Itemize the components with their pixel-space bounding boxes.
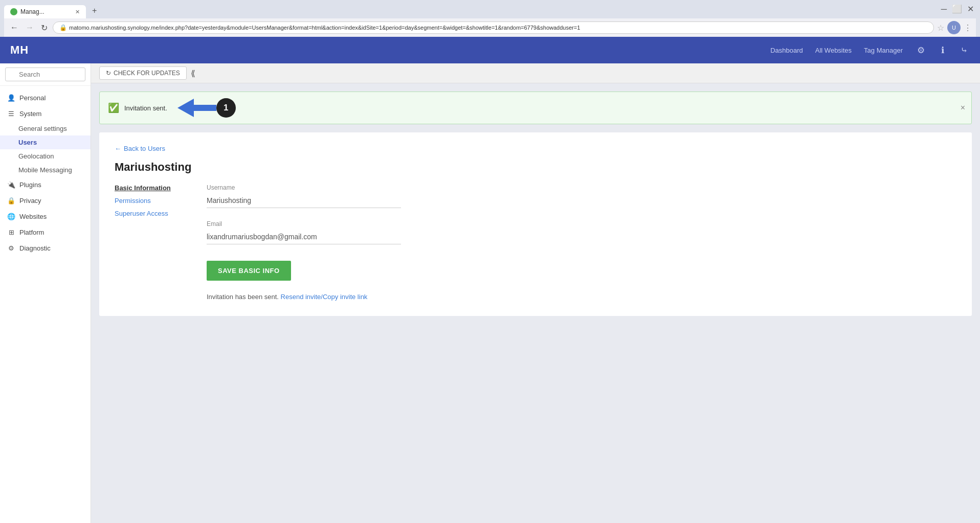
url-bar[interactable]: matomo.mariushosting.synology.me/index.p…: [69, 25, 580, 31]
sidebar-item-system[interactable]: ☰ System: [0, 106, 91, 122]
sidebar-websites-label: Websites: [19, 213, 47, 220]
user-name-heading: Mariushosting: [115, 161, 956, 174]
save-basic-info-button[interactable]: SAVE BASIC INFO: [207, 261, 291, 281]
search-input[interactable]: [5, 67, 85, 81]
notification-message: Invitation sent.: [124, 104, 167, 112]
window-minimize[interactable]: ─: [941, 5, 947, 14]
gear-icon[interactable]: ⚙: [915, 43, 927, 58]
check-circle-icon: ✅: [108, 102, 119, 113]
back-to-users-link[interactable]: ← Back to Users: [115, 145, 956, 152]
logo: MH: [10, 43, 29, 57]
nav-tag-manager[interactable]: Tag Manager: [864, 47, 903, 54]
email-input[interactable]: [207, 230, 401, 244]
invitation-text: Invitation has been sent.: [207, 293, 279, 301]
tab-title: Manag...: [20, 8, 44, 15]
window-close[interactable]: ✕: [967, 4, 974, 14]
extensions-icon[interactable]: ⋮: [964, 23, 972, 33]
basic-info-link[interactable]: Basic Information: [115, 184, 186, 192]
profile-avatar[interactable]: U: [947, 21, 961, 34]
diagnostic-icon: ⚙: [7, 244, 15, 252]
sidebar-system-label: System: [19, 110, 41, 118]
notification-close-button[interactable]: ×: [961, 103, 965, 112]
invitation-status: Invitation has been sent. Resend invite/…: [207, 293, 956, 301]
sidebar-diagnostic-label: Diagnostic: [19, 244, 51, 252]
plugins-icon: 🔌: [7, 181, 15, 189]
sidebar-item-personal[interactable]: 👤 Personal: [0, 90, 91, 106]
content-toolbar: ↻ CHECK FOR UPDATES ⟪: [91, 63, 980, 83]
browser-tab-active[interactable]: Manag... ✕: [4, 5, 86, 18]
user-edit-nav: Basic Information Permissions Superuser …: [115, 184, 186, 301]
sidebar-item-users[interactable]: Users: [0, 135, 91, 149]
sidebar-personal-label: Personal: [19, 94, 46, 102]
sidebar: 🔍 👤 Personal ☰ System General settings: [0, 63, 91, 523]
email-label: Email: [207, 220, 956, 228]
collapse-sidebar-button[interactable]: ⟪: [191, 69, 195, 78]
check-updates-label: CHECK FOR UPDATES: [114, 70, 180, 77]
logout-icon[interactable]: ⤷: [959, 43, 970, 58]
tab-close-icon[interactable]: ✕: [75, 9, 80, 15]
sidebar-privacy-label: Privacy: [19, 197, 41, 204]
privacy-icon: 🔒: [7, 197, 15, 204]
user-edit-form: Username Email SAVE BASIC INFO Invitatio…: [207, 184, 956, 301]
permissions-link[interactable]: Permissions: [115, 197, 186, 204]
person-icon: 👤: [7, 94, 15, 102]
refresh-icon: ↻: [106, 70, 111, 77]
info-icon[interactable]: ℹ: [939, 43, 946, 58]
annotation-arrow: [177, 99, 216, 117]
sidebar-item-plugins[interactable]: 🔌 Plugins: [0, 177, 91, 193]
username-label: Username: [207, 184, 956, 191]
websites-icon: 🌐: [7, 213, 15, 220]
superuser-access-link[interactable]: Superuser Access: [115, 210, 186, 217]
sidebar-item-general-settings[interactable]: General settings: [0, 122, 91, 135]
sidebar-item-websites[interactable]: 🌐 Websites: [0, 209, 91, 224]
platform-icon: ⊞: [7, 229, 15, 236]
reload-button[interactable]: ↻: [39, 22, 50, 34]
back-arrow-icon: ←: [115, 145, 121, 152]
username-input[interactable]: [207, 193, 401, 208]
user-edit-card: ← Back to Users Mariushosting Basic Info…: [99, 132, 972, 316]
annotation-number-badge: 1: [216, 98, 236, 118]
check-updates-button[interactable]: ↻ CHECK FOR UPDATES: [99, 66, 187, 80]
nav-dashboard[interactable]: Dashboard: [770, 47, 803, 54]
new-tab-button[interactable]: +: [87, 3, 102, 18]
sidebar-item-diagnostic[interactable]: ⚙ Diagnostic: [0, 240, 91, 256]
bookmark-icon[interactable]: ☆: [937, 23, 944, 33]
sidebar-item-geolocation[interactable]: Geolocation: [0, 149, 91, 163]
back-button[interactable]: ←: [8, 22, 20, 33]
system-icon: ☰: [7, 110, 15, 118]
sidebar-item-privacy[interactable]: 🔒 Privacy: [0, 193, 91, 209]
sidebar-item-platform[interactable]: ⊞ Platform: [0, 224, 91, 240]
sidebar-plugins-label: Plugins: [19, 181, 41, 189]
sidebar-item-mobile-messaging[interactable]: Mobile Messaging: [0, 163, 91, 177]
top-navigation: MH Dashboard All Websites Tag Manager ⚙ …: [0, 37, 980, 63]
nav-all-websites[interactable]: All Websites: [815, 47, 852, 54]
sidebar-platform-label: Platform: [19, 229, 44, 236]
resend-invite-link[interactable]: Resend invite/Copy invite link: [281, 293, 368, 301]
window-maximize[interactable]: ⬜: [952, 4, 962, 14]
tab-favicon: [10, 8, 17, 15]
forward-button[interactable]: →: [24, 22, 36, 33]
security-icon: 🔒: [59, 24, 67, 31]
notification-banner: ✅ Invitation sent. 1 ×: [99, 92, 972, 124]
